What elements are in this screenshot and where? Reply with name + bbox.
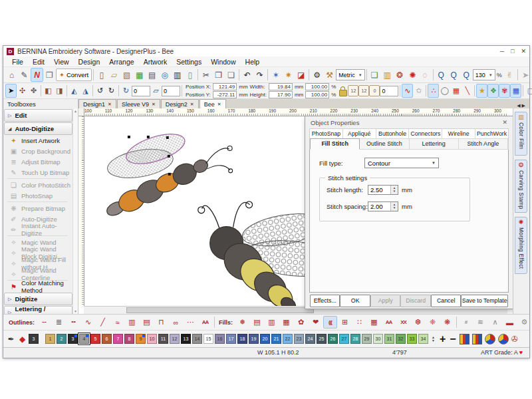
maximize-button[interactable]: □ <box>511 48 514 55</box>
insert-embroidery-icon[interactable]: ✶ <box>269 68 282 82</box>
outline-candlewick-icon[interactable]: ⊓ <box>154 316 168 329</box>
tab-close-icon[interactable]: ✕ <box>190 102 194 107</box>
spinner-arrows-icon[interactable]: ▲▼ <box>390 202 398 211</box>
print-icon[interactable]: ▤ <box>146 68 158 82</box>
menu-help[interactable]: Help <box>241 58 265 66</box>
job-tools-icon[interactable]: ⚒ <box>323 68 336 82</box>
position-x-input[interactable]: 121.49 <box>213 83 237 90</box>
fill-fancy-icon[interactable]: ▦ <box>279 316 293 329</box>
card-reader-icon[interactable]: ▯ <box>184 68 196 82</box>
height-input[interactable]: 17.90 <box>269 91 293 98</box>
color-swatch-7[interactable]: 7 <box>113 334 123 344</box>
fill-bar-icon[interactable]: ▬ <box>503 316 517 329</box>
tab-color-film[interactable]: ▥Color Film <box>515 112 527 156</box>
tool-prepare-bitmap[interactable]: ❋Prepare Bitmap <box>3 203 73 213</box>
rotate-icon[interactable]: ↻ <box>120 84 132 98</box>
color-swatch-28[interactable]: 28 <box>350 334 360 344</box>
remove-color-button[interactable]: − <box>450 334 456 344</box>
mirror-horizontal-icon[interactable]: ◭ <box>68 84 80 98</box>
fill-lacework-icon[interactable]: ❅ <box>235 316 249 329</box>
cut-icon[interactable]: ✂ <box>200 68 212 82</box>
rotate-cw-45-icon[interactable]: ↻ <box>106 84 117 98</box>
print-preview-icon[interactable]: ◎ <box>158 68 171 82</box>
star-effect-icon[interactable]: ✩ <box>413 84 424 98</box>
thread-chart-icon[interactable] <box>460 334 469 344</box>
copy-icon[interactable]: ❐ <box>212 68 225 82</box>
pan-icon[interactable]: ✌ <box>503 68 516 82</box>
tool-color-matching[interactable]: ⚑Color Matching Method <box>3 281 73 292</box>
export-machine-icon[interactable]: ◪ <box>295 68 307 82</box>
color-swatch-13[interactable]: 13 <box>181 334 191 344</box>
height-percent-input[interactable]: 100.00 <box>305 91 329 98</box>
dialog-tab-fill-stitch[interactable]: Fill Stitch <box>310 138 360 150</box>
florentine-effect-icon[interactable]: ★ <box>476 84 487 98</box>
color-swatch-33[interactable]: 33 <box>407 334 417 344</box>
thread-spool-icon[interactable]: ✇ <box>511 334 518 344</box>
color-swatch-34[interactable]: 34 <box>418 334 428 344</box>
tab-carving-stamp[interactable]: ❂Carving Stamp <box>515 160 527 213</box>
mirror-vertical-icon[interactable]: ◮ <box>80 84 91 98</box>
color-film-icon[interactable]: ▥ <box>381 68 394 82</box>
morphing-effect-icon[interactable]: ✺ <box>406 68 419 82</box>
color-swatch-26[interactable]: 26 <box>328 334 338 344</box>
width-input[interactable]: 19.84 <box>269 83 293 90</box>
position-y-input[interactable]: -272.11 <box>213 91 237 98</box>
fill-cross-stitch-icon[interactable]: XX <box>396 316 410 329</box>
width-percent-input[interactable]: 100.00 <box>305 83 329 90</box>
color-swatch-32[interactable]: 32 <box>396 334 406 344</box>
tab-close-icon[interactable]: ✕ <box>152 102 156 107</box>
menu-artwork[interactable]: Artwork <box>139 58 172 66</box>
menu-window[interactable]: Window <box>206 58 240 66</box>
design-properties-icon[interactable]: ⚙ <box>311 68 323 82</box>
dialog-title-bar[interactable]: Object Properties ✕ <box>305 116 513 128</box>
tab-scroll-buttons[interactable]: ◀▶ <box>517 103 529 108</box>
tool-insert-artwork[interactable]: ✦Insert Artwork <box>3 135 73 146</box>
cancel-button[interactable]: Cancel <box>431 295 461 307</box>
dialog-tab-stitch-angle[interactable]: Stitch Angle <box>459 138 508 150</box>
lock-proportions-icon[interactable] <box>339 86 346 96</box>
skew-icon[interactable]: ▱ <box>150 84 162 98</box>
hoop-large-icon[interactable]: 12 <box>348 85 358 96</box>
color-swatch-14[interactable]: 14 <box>192 334 202 344</box>
outline-zigzag-icon[interactable]: ∿ <box>81 316 95 329</box>
tab-morphing-effect[interactable]: ✺Morphing Effect <box>515 217 527 274</box>
lattice-effect-icon[interactable]: ▦ <box>450 84 462 98</box>
design-canvas[interactable]: 1001101201301401501601701801902002102202… <box>78 108 513 314</box>
tool-crop-background[interactable]: ▣Crop Background <box>3 146 73 156</box>
copies-icon[interactable]: ❐ <box>43 68 56 82</box>
select-object-icon[interactable]: ➤ <box>5 84 17 98</box>
menu-view[interactable]: View <box>49 58 74 66</box>
stitch-field-input-spacing[interactable]: 2.00▲▼ <box>368 201 398 211</box>
menu-arrange[interactable]: Arrange <box>104 58 138 66</box>
units-select[interactable]: Metric▼ <box>336 69 364 80</box>
scroll-down-icon[interactable]: ▼ <box>73 309 78 313</box>
fill-type-select[interactable]: Contour ▼ <box>364 158 439 168</box>
color-swatch-10[interactable]: 10 <box>147 334 157 344</box>
color-swatch-29[interactable]: 29 <box>362 334 372 344</box>
dialog-tab-outline-stitch[interactable]: Outline Stitch <box>360 138 409 150</box>
color-swatch-18[interactable]: 18 <box>237 334 247 344</box>
hoop-medium-icon[interactable]: 12 <box>358 85 369 96</box>
spinner-arrows-icon[interactable]: ▲▼ <box>390 186 398 194</box>
new-design-icon[interactable]: ▯ <box>95 68 108 82</box>
color-swatch-5[interactable]: 5 <box>90 334 100 344</box>
fill-color-icon[interactable]: ◆ <box>17 334 27 344</box>
color-picker-icon[interactable]: ✒ <box>6 334 16 344</box>
color-swatch-23[interactable]: 23 <box>294 334 304 344</box>
color-swatch-25[interactable]: 25 <box>317 334 327 344</box>
toolbox-section-auto-digitize[interactable]: ◢Auto-Digitize <box>4 122 72 135</box>
fill-satin-icon[interactable]: ▤ <box>250 316 264 329</box>
toolbox-section-lettering-monogramming[interactable]: ▷Lettering / Monogramming <box>4 306 72 314</box>
zoom-level-select[interactable]: 130▼ <box>473 69 495 80</box>
fill-step-icon[interactable]: ▥ <box>265 316 279 329</box>
color-swatch-3[interactable]: 3 <box>68 334 78 344</box>
tool-magic-wand-centerline[interactable]: ✧Magic Wand Centerline <box>3 269 73 279</box>
close-button[interactable]: ✕ <box>521 48 526 55</box>
scroll-up-icon[interactable]: ▲ <box>73 109 78 113</box>
tab-close-icon[interactable]: ✕ <box>217 102 221 107</box>
rotate-ccw-45-icon[interactable]: ↺ <box>94 84 106 98</box>
zoom-box-icon[interactable]: Q <box>448 68 460 82</box>
fill-weave-icon[interactable]: # <box>459 316 473 329</box>
color-swatch-15[interactable]: 15 <box>203 334 213 344</box>
color-swatch-21[interactable]: 21 <box>271 334 281 344</box>
